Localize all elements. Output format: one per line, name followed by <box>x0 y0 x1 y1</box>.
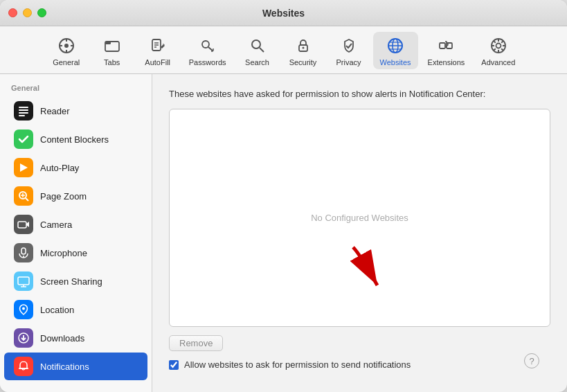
general-icon <box>55 35 78 57</box>
traffic-lights <box>8 8 46 17</box>
panel-description: These websites have asked for permission… <box>169 88 550 100</box>
svg-marker-42 <box>20 163 28 172</box>
privacy-icon <box>338 35 360 57</box>
sidebar-item-reader[interactable]: Reader <box>4 97 147 125</box>
svg-line-36 <box>501 41 503 43</box>
svg-point-13 <box>202 41 209 48</box>
sidebar-item-microphone[interactable]: Microphone <box>4 239 147 267</box>
toolbar-item-websites[interactable]: Websites <box>373 32 418 69</box>
toolbar-item-privacy[interactable]: Privacy <box>327 32 370 69</box>
allow-checkbox-label: Allow websites to ask for permission to … <box>184 359 411 370</box>
svg-rect-40 <box>19 112 28 114</box>
help-button[interactable]: ? <box>524 353 539 368</box>
microphone-icon <box>14 243 33 262</box>
svg-point-1 <box>64 44 69 48</box>
toolbar-item-tabs[interactable]: Tabs <box>91 32 134 69</box>
svg-line-37 <box>494 48 496 51</box>
sidebar-item-label-screen-sharing: Screen Sharing <box>40 276 102 287</box>
security-icon <box>292 35 314 57</box>
svg-point-29 <box>496 44 501 48</box>
maximize-button[interactable] <box>37 8 46 17</box>
svg-line-44 <box>26 198 28 201</box>
toolbar-item-autofill[interactable]: AutoFill <box>136 32 179 69</box>
content-blockers-icon <box>14 130 33 149</box>
advanced-icon <box>487 35 510 57</box>
no-websites-text: No Configured Websites <box>311 213 408 223</box>
window-title: Websites <box>262 8 305 19</box>
search-icon <box>246 35 269 57</box>
toolbar: General Tabs Aut <box>0 26 567 74</box>
sidebar-item-label-downloads: Downloads <box>40 333 84 344</box>
svg-point-17 <box>252 40 260 48</box>
titlebar: Websites <box>0 0 567 26</box>
main-window: Websites General <box>0 0 567 392</box>
close-button[interactable] <box>8 8 17 17</box>
allow-checkbox-row: Allow websites to ask for permission to … <box>169 359 550 370</box>
svg-line-34 <box>494 41 496 43</box>
svg-rect-26 <box>440 43 445 48</box>
downloads-icon <box>14 328 33 348</box>
toolbar-label-autofill: AutoFill <box>145 58 170 66</box>
toolbar-item-general[interactable]: General <box>45 32 88 69</box>
toolbar-label-passwords: Passwords <box>189 58 226 66</box>
remove-button[interactable]: Remove <box>169 335 223 351</box>
screen-sharing-icon <box>14 271 33 291</box>
svg-rect-49 <box>21 248 26 254</box>
svg-rect-51 <box>18 277 29 285</box>
autofill-icon <box>147 35 169 57</box>
svg-point-20 <box>302 47 304 49</box>
toolbar-label-websites: Websites <box>380 58 411 66</box>
sidebar-section-label: General <box>0 81 152 96</box>
toolbar-item-passwords[interactable]: Passwords <box>182 32 233 69</box>
sidebar: General Reader <box>0 74 152 392</box>
toolbar-label-security: Security <box>289 58 317 66</box>
svg-point-54 <box>22 308 25 310</box>
sidebar-item-label-location: Location <box>40 305 74 315</box>
right-panel: These websites have asked for permission… <box>152 74 567 392</box>
toolbar-item-search[interactable]: Search <box>236 32 279 69</box>
allow-checkbox[interactable] <box>169 360 179 370</box>
arrow-svg <box>339 240 408 303</box>
sidebar-item-content-blockers[interactable]: Content Blockers <box>4 125 147 153</box>
toolbar-label-privacy: Privacy <box>336 58 361 66</box>
sidebar-item-screen-sharing[interactable]: Screen Sharing <box>4 267 147 295</box>
svg-rect-7 <box>105 42 111 44</box>
main-content: General Reader <box>0 74 567 392</box>
sidebar-item-location[interactable]: Location <box>4 296 147 323</box>
toolbar-label-extensions: Extensions <box>428 58 465 66</box>
page-zoom-icon <box>14 186 33 206</box>
svg-line-14 <box>208 47 213 51</box>
camera-icon <box>14 215 33 234</box>
toolbar-label-search: Search <box>245 58 269 66</box>
passwords-icon <box>197 35 219 57</box>
toolbar-label-general: General <box>53 58 80 66</box>
toolbar-item-security[interactable]: Security <box>282 32 325 69</box>
minimize-button[interactable] <box>23 8 32 17</box>
sidebar-item-label-notifications: Notifications <box>40 362 89 372</box>
sidebar-item-autoplay[interactable]: Auto-Play <box>4 154 147 181</box>
extensions-icon <box>435 35 457 57</box>
notifications-icon <box>14 357 33 376</box>
sidebar-item-label-reader: Reader <box>40 106 70 116</box>
sidebar-item-camera[interactable]: Camera <box>4 211 147 238</box>
reader-icon <box>14 101 33 121</box>
toolbar-item-extensions[interactable]: Extensions <box>421 32 472 69</box>
sidebar-item-label-content-blockers: Content Blockers <box>40 134 109 145</box>
tabs-icon <box>101 35 123 57</box>
svg-line-35 <box>501 48 503 51</box>
svg-rect-39 <box>19 109 28 111</box>
arrow-container <box>339 240 408 305</box>
remove-button-row: Remove <box>169 335 550 351</box>
toolbar-label-advanced: Advanced <box>481 58 515 66</box>
websites-icon <box>384 35 406 57</box>
sidebar-item-label-camera: Camera <box>40 220 72 230</box>
sidebar-item-notifications[interactable]: Notifications <box>4 353 147 380</box>
svg-line-18 <box>260 48 264 52</box>
sidebar-item-page-zoom[interactable]: Page Zoom <box>4 182 147 210</box>
autoplay-icon <box>14 158 33 177</box>
sidebar-item-downloads[interactable]: Downloads <box>4 324 147 352</box>
sidebar-item-label-microphone: Microphone <box>40 248 87 258</box>
toolbar-item-advanced[interactable]: Advanced <box>474 32 522 69</box>
sidebar-item-label-autoplay: Auto-Play <box>40 163 79 173</box>
svg-rect-38 <box>19 107 28 108</box>
